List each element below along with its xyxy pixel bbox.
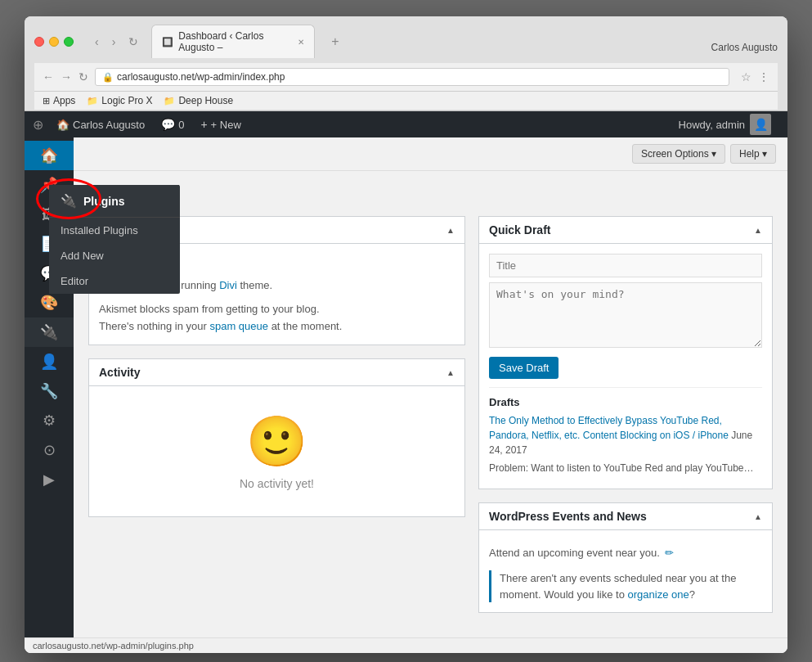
bookmark-star-icon[interactable]: ☆ — [741, 70, 751, 83]
quick-draft-title-input[interactable] — [489, 254, 762, 277]
draft-item-0: The Only Method to Effectively Bypass Yo… — [489, 413, 762, 457]
spam-queue-link[interactable]: spam queue — [209, 320, 268, 332]
admin-bar-new[interactable]: + + New — [192, 111, 249, 137]
url-forward-icon[interactable]: → — [61, 70, 72, 83]
events-title: WordPress Events and News — [489, 510, 647, 523]
wp-content: Dashboard At a Glance ▲ — [74, 171, 787, 637]
reload-button[interactable]: ↻ — [125, 34, 141, 50]
wp-logo-icon[interactable]: ⊕ — [33, 117, 43, 133]
fullscreen-button[interactable] — [64, 37, 74, 47]
dashboard-columns: At a Glance ▲ 📋 1 Page WordPre — [88, 216, 773, 626]
new-label: + New — [211, 119, 241, 131]
akismet-line2: There's nothing in your — [99, 320, 209, 332]
new-tab-button[interactable]: + — [325, 31, 345, 52]
dashboard-col-right: Quick Draft ▲ Save Draft — [478, 216, 773, 626]
sidebar-item-extra[interactable]: ▶ — [25, 465, 74, 494]
save-draft-button[interactable]: Save Draft — [489, 357, 559, 379]
quick-draft-collapse-icon[interactable]: ▲ — [754, 226, 762, 235]
help-label: Help ▾ — [739, 148, 767, 160]
sidebar-item-tools[interactable]: 🔧 — [25, 376, 74, 406]
wp-admin: ⊕ 🏠 Carlos Augusto 💬 0 + + New Howdy, ad… — [25, 111, 787, 653]
minimize-button[interactable] — [49, 37, 59, 47]
bookmarks-bar: ⊞ Apps 📁 Logic Pro X 📁 Deep House — [34, 92, 778, 110]
no-activity-text: No activity yet! — [240, 477, 314, 490]
quick-draft-body: Save Draft Drafts The Only Method to Eff… — [479, 244, 772, 489]
url-input[interactable]: 🔒 carlosaugusto.net/wp-admin/index.php — [95, 68, 729, 86]
close-button[interactable] — [34, 37, 44, 47]
activity-widget: Activity ▲ 🙂 No activity yet! — [88, 358, 465, 517]
back-button[interactable]: ‹ — [92, 34, 102, 50]
organize-link[interactable]: organize one — [628, 588, 689, 601]
admin-bar: ⊕ 🏠 Carlos Augusto 💬 0 + + New Howdy, ad… — [25, 111, 787, 137]
plugins-installed[interactable]: Installed Plugins — [49, 218, 180, 243]
bookmark-logic-pro[interactable]: 📁 Logic Pro X — [87, 95, 152, 106]
forward-button[interactable]: › — [109, 34, 119, 50]
page-title: Dashboard — [88, 182, 773, 205]
quick-draft-title: Quick Draft — [489, 223, 550, 236]
admin-bar-comments[interactable]: 💬 0 — [153, 111, 192, 137]
url-reload-icon[interactable]: ↻ — [79, 70, 88, 83]
traffic-lights — [34, 37, 74, 47]
status-url: carlosaugusto.net/wp-admin/plugins.php — [33, 641, 194, 651]
tab-close-icon[interactable]: ✕ — [298, 38, 304, 47]
sidebar-item-plugins[interactable]: 🔌 — [25, 317, 74, 347]
draft-link-0[interactable]: The Only Method to Effectively Bypass Yo… — [489, 415, 729, 441]
wp-main-header: Screen Options ▾ Help ▾ — [74, 137, 787, 171]
activity-collapse-icon[interactable]: ▲ — [446, 368, 455, 377]
bookmark-apps-label: Apps — [53, 95, 75, 106]
browser-tab[interactable]: 🔲 Dashboard ‹ Carlos Augusto – ✕ — [151, 25, 315, 58]
akismet-text: Akismet blocks spam from getting to your… — [99, 301, 455, 336]
plugins-popup: 🔌 Plugins Installed Plugins Add New Edit… — [49, 185, 180, 294]
screen-options-button[interactable]: Screen Options ▾ — [632, 144, 725, 164]
bookmark-logic-label: Logic Pro X — [101, 95, 152, 106]
admin-bar-site-name[interactable]: 🏠 Carlos Augusto — [48, 111, 153, 137]
plus-icon: + — [200, 118, 207, 131]
quick-draft-content-input[interactable] — [489, 282, 762, 348]
url-back-icon[interactable]: ← — [43, 70, 54, 83]
bookmark-deep-house[interactable]: 📁 Deep House — [164, 95, 233, 106]
home-icon: 🏠 — [56, 119, 70, 131]
theme-link[interactable]: Divi — [219, 279, 237, 291]
plugins-popup-icon: 🔌 — [61, 193, 77, 209]
sidebar-item-divi[interactable]: ⊙ — [25, 435, 74, 465]
bookmark-deephouse-label: Deep House — [178, 95, 233, 106]
at-a-glance-collapse-icon[interactable]: ▲ — [446, 226, 455, 235]
pencil-icon[interactable]: ✏ — [665, 547, 674, 559]
comment-bubble-icon: 💬 — [161, 118, 175, 131]
no-events-suffix: ? — [689, 588, 695, 601]
sidebar-item-dashboard[interactable]: 🏠 — [25, 141, 74, 170]
save-draft-label: Save Draft — [499, 362, 549, 374]
lock-icon: 🔒 — [102, 72, 114, 83]
plugins-editor[interactable]: Editor — [49, 268, 180, 294]
quick-draft-header: Quick Draft ▲ — [479, 217, 772, 244]
events-border-block: There aren't any events scheduled near y… — [489, 570, 762, 602]
url-text: carlosaugusto.net/wp-admin/index.php — [117, 71, 285, 83]
activity-header: Activity ▲ — [89, 359, 464, 386]
events-header: WordPress Events and News ▲ — [479, 503, 772, 530]
events-body: Attend an upcoming event near you. ✏ The… — [479, 530, 772, 612]
activity-empty-state: 🙂 No activity yet! — [99, 396, 455, 507]
sidebar-item-settings[interactable]: ⚙ — [25, 406, 74, 435]
browser-menu-icon[interactable]: ⋮ — [758, 70, 769, 83]
plugins-popup-title: Plugins — [83, 195, 125, 208]
no-events-prefix: There aren't any events scheduled near y… — [500, 572, 736, 601]
draft-item-1: Problem: Want to listen to YouTube Red a… — [489, 461, 762, 475]
wp-body: 🏠 📌 🖼 📄 💬 🎨 🔌 👤 🔧 ⚙ ⊙ ▶ 🔌 Plugins — [25, 137, 787, 637]
events-collapse-icon[interactable]: ▲ — [754, 512, 762, 521]
attend-label: Attend an upcoming event near you. — [489, 547, 660, 559]
browser-window: ‹ › ↻ 🔲 Dashboard ‹ Carlos Augusto – ✕ +… — [25, 16, 787, 653]
no-events-text: There aren't any events scheduled near y… — [500, 570, 762, 602]
plugins-add-new[interactable]: Add New — [49, 243, 180, 268]
url-bar-row: ← → ↻ 🔒 carlosaugusto.net/wp-admin/index… — [34, 63, 778, 92]
draft-preview-1: Problem: Want to listen to YouTube Red a… — [489, 462, 754, 474]
admin-bar-right: Howdy, admin 👤 — [671, 114, 779, 135]
sidebar-item-users[interactable]: 👤 — [25, 347, 74, 376]
drafts-title: Drafts — [489, 396, 762, 408]
screen-options-label: Screen Options ▾ — [641, 148, 716, 160]
akismet-suffix: at the moment. — [268, 320, 342, 332]
help-button[interactable]: Help ▾ — [730, 144, 776, 164]
howdy-text[interactable]: Howdy, admin 👤 — [671, 114, 779, 135]
site-name-label: Carlos Augusto — [73, 119, 145, 131]
bookmark-apps[interactable]: ⊞ Apps — [43, 95, 75, 106]
events-attend-text: Attend an upcoming event near you. ✏ — [489, 540, 762, 565]
